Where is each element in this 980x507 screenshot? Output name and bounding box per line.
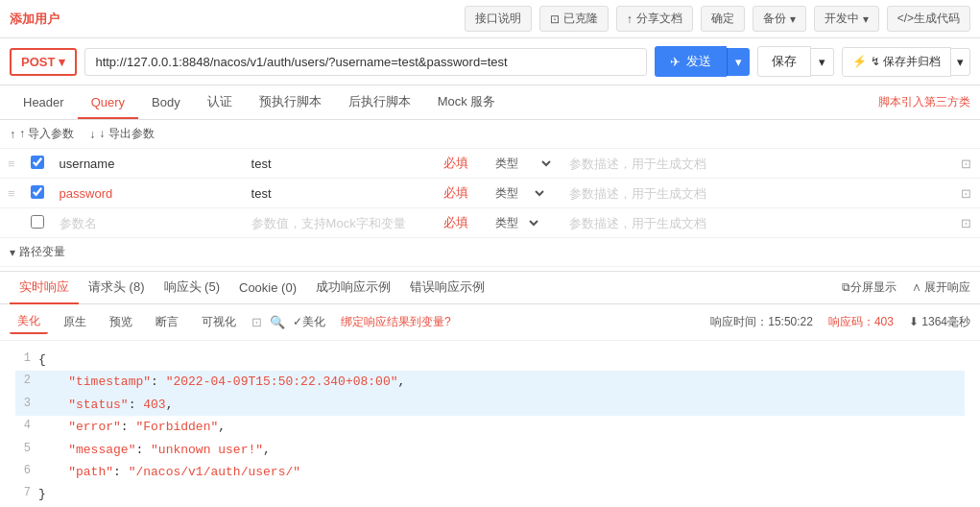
tab-query[interactable]: Query <box>78 87 138 119</box>
tab-mock[interactable]: Mock 服务 <box>424 85 510 120</box>
params-toolbar: ↑ ↑ 导入参数 ↓ ↓ 导出参数 <box>0 120 980 149</box>
tab-error-example[interactable]: 错误响应示例 <box>400 272 494 304</box>
format-icons: ⊡ 🔍 <box>251 315 285 329</box>
send-btn-group: ✈ 发送 ▾ <box>655 46 750 77</box>
dev-btn[interactable]: 开发中 ▾ <box>814 6 879 32</box>
param-desc-cell <box>562 179 951 208</box>
param-desc-input[interactable] <box>569 186 944 201</box>
clone-icon: ⊡ <box>550 12 560 26</box>
json-line: 1 { <box>15 349 965 371</box>
split-screen-btn[interactable]: ⧉分屏显示 <box>842 279 896 296</box>
share-icon: ↑ <box>627 12 633 26</box>
param-required: 必填 <box>436 149 484 179</box>
param-name-cell <box>52 208 244 238</box>
generate-btn[interactable]: </>生成代码 <box>887 6 970 32</box>
api-doc-btn[interactable]: 接口说明 <box>465 6 532 32</box>
row-checkbox[interactable] <box>31 156 44 169</box>
tab-auth[interactable]: 认证 <box>194 85 246 120</box>
expand-response-btn[interactable]: ∧ 展开响应 <box>912 279 970 296</box>
save-btn[interactable]: 保存 <box>757 46 811 77</box>
param-value-cell <box>244 208 436 238</box>
table-row: ≡ 必填 类型 String Integer ⊡ <box>0 179 980 208</box>
tab-body[interactable]: Body <box>138 87 194 119</box>
response-meta: 响应时间：15:50:22 响应码：403 ⬇ 1364毫秒 <box>710 314 970 330</box>
table-row: ≡ 必填 类型 String Integer Boolean <box>0 149 980 179</box>
param-copy-btn[interactable]: ⊡ <box>951 179 980 208</box>
tab-success-example[interactable]: 成功响应示例 <box>306 272 400 304</box>
response-time: 响应时间：15:50:22 <box>710 314 813 330</box>
tab-post-script[interactable]: 后执行脚本 <box>335 85 424 120</box>
param-value-input[interactable] <box>251 216 428 230</box>
checkbox-cell <box>23 208 52 238</box>
save-return-icon: ⚡ <box>852 55 867 68</box>
json-line: 4 "error": "Forbidden", <box>15 416 965 438</box>
table-row: 必填 类型 String ⊡ <box>0 208 980 238</box>
top-bar-right: 接口说明 ⊡ 已克隆 ↑ 分享文档 确定 备份 ▾ 开发中 ▾ </>生成代码 <box>465 6 970 32</box>
param-copy-btn[interactable]: ⊡ <box>951 208 980 238</box>
third-party-script-link[interactable]: 脚本引入第三方类 <box>878 86 970 118</box>
save-btn-dropdown[interactable]: ▾ <box>811 48 834 76</box>
param-name-cell <box>52 179 244 208</box>
send-btn[interactable]: ✈ 发送 <box>655 46 727 77</box>
param-required: 必填 <box>436 208 484 238</box>
param-type-select[interactable]: 类型 String Integer Boolean <box>491 156 554 171</box>
save-return-btn-dropdown[interactable]: ▾ <box>951 48 970 76</box>
backup-chevron-icon: ▾ <box>790 12 796 26</box>
save-return-btn[interactable]: ⚡ ↯ 保存并归档 <box>842 47 951 77</box>
send-icon: ✈ <box>670 55 681 69</box>
param-desc-input[interactable] <box>569 157 944 171</box>
format-tab-raw[interactable]: 原生 <box>56 311 94 333</box>
url-input[interactable] <box>84 48 646 76</box>
dev-chevron-icon: ▾ <box>863 12 869 26</box>
format-tab-visual[interactable]: 可视化 <box>194 311 244 333</box>
tab-response-headers[interactable]: 响应头 (5) <box>155 272 230 304</box>
format-tab-preview[interactable]: 预览 <box>102 311 140 333</box>
tab-pre-script[interactable]: 预执行脚本 <box>246 85 335 120</box>
param-required: 必填 <box>436 179 484 208</box>
drag-handle[interactable]: ≡ <box>0 179 23 208</box>
clone-btn[interactable]: ⊡ 已克隆 <box>539 6 609 32</box>
path-variables-row[interactable]: ▾ 路径变量 <box>0 238 980 267</box>
copy-icon[interactable]: ⊡ <box>251 315 262 329</box>
param-name-input[interactable] <box>60 216 236 230</box>
format-tab-assert[interactable]: 断言 <box>148 311 186 333</box>
tab-header[interactable]: Header <box>10 87 78 119</box>
checkbox-cell <box>23 179 52 208</box>
json-line: 7 } <box>15 483 965 505</box>
method-selector[interactable]: POST ▾ <box>10 48 77 76</box>
search-icon[interactable]: 🔍 <box>270 315 285 329</box>
send-btn-dropdown[interactable]: ▾ <box>727 48 750 76</box>
param-name-input[interactable] <box>60 186 236 201</box>
param-desc-input[interactable] <box>569 216 944 230</box>
drag-handle[interactable]: ≡ <box>0 149 23 179</box>
response-right: ⧉分屏显示 ∧ 展开响应 <box>842 279 970 296</box>
param-type-select[interactable]: 类型 String <box>491 215 541 230</box>
export-params-btn[interactable]: ↓ ↓ 导出参数 <box>89 126 154 142</box>
row-checkbox[interactable] <box>31 185 44 199</box>
checkbox-cell <box>23 149 52 179</box>
backup-btn[interactable]: 备份 ▾ <box>753 6 806 32</box>
bind-variable-btn[interactable]: 绑定响应结果到变量? <box>341 314 451 330</box>
param-copy-btn[interactable]: ⊡ <box>951 149 980 179</box>
format-tab-beautify[interactable]: 美化 <box>10 310 48 334</box>
path-variables-chevron-icon: ▾ <box>10 246 15 259</box>
add-user-link[interactable]: 添加用户 <box>10 11 60 28</box>
tab-request-headers[interactable]: 请求头 (8) <box>79 272 155 304</box>
tab-cookie[interactable]: Cookie (0) <box>229 274 306 303</box>
import-params-btn[interactable]: ↑ ↑ 导入参数 <box>10 126 74 142</box>
beautify-btn[interactable]: ✓美化 <box>293 314 325 330</box>
param-value-input[interactable] <box>251 157 428 171</box>
param-name-input[interactable] <box>60 157 236 171</box>
json-display: 1 { 2 "timestamp": "2022-04-09T15:50:22.… <box>0 341 980 507</box>
share-btn[interactable]: ↑ 分享文档 <box>616 6 693 32</box>
confirm-btn[interactable]: 确定 <box>701 6 745 32</box>
param-type-cell: 类型 String Integer Boolean <box>484 149 562 179</box>
param-type-cell: 类型 String <box>484 208 562 238</box>
response-tabs-bar: 实时响应 请求头 (8) 响应头 (5) Cookie (0) 成功响应示例 错… <box>0 271 980 304</box>
tab-realtime-response[interactable]: 实时响应 <box>10 272 79 304</box>
param-type-select[interactable]: 类型 String Integer <box>491 185 547 201</box>
json-line: 6 "path": "/nacos/v1/auth/users/" <box>15 461 965 483</box>
param-value-input[interactable] <box>251 186 428 201</box>
json-line: 5 "message": "unknown user!", <box>15 439 965 461</box>
row-checkbox[interactable] <box>31 215 44 229</box>
